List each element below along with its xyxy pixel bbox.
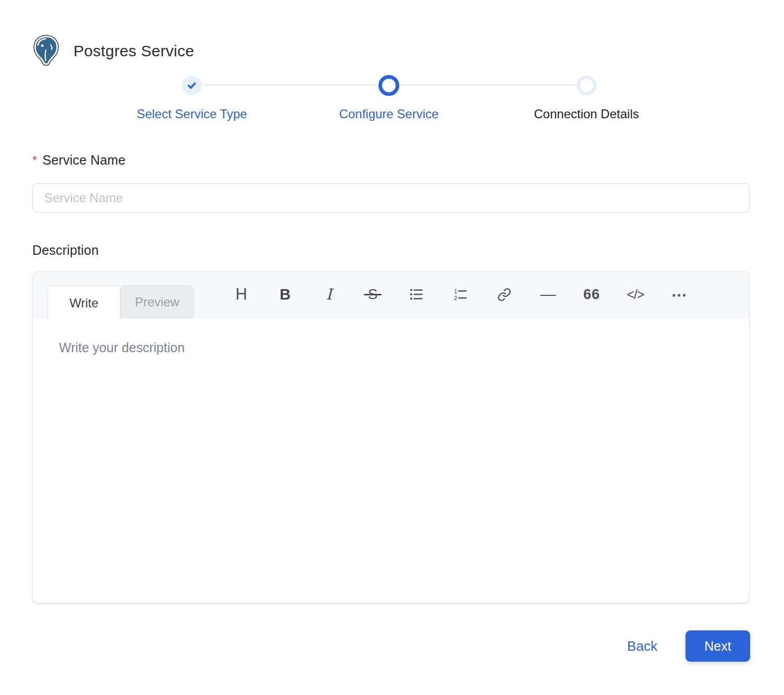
step-connection-details: Connection Details	[498, 75, 675, 122]
svg-text:1: 1	[454, 288, 457, 294]
service-name-label-text: Service Name	[43, 153, 126, 167]
toolbar-bullet-list-button[interactable]	[395, 272, 438, 317]
horizontal-rule-icon: —	[541, 286, 556, 303]
link-icon	[497, 288, 511, 302]
toolbar-quote-button[interactable]: 66	[570, 272, 614, 317]
step-completed-circle	[182, 76, 202, 95]
svg-text:2: 2	[454, 294, 457, 301]
back-button[interactable]: Back	[616, 634, 668, 659]
step-upcoming-circle	[577, 76, 596, 95]
bold-icon: B	[280, 286, 291, 303]
toolbar-horizontal-rule-button[interactable]: —	[526, 272, 570, 317]
more-icon: ⋯	[671, 286, 687, 304]
service-name-label: *Service Name	[32, 153, 126, 168]
description-markdown-editor: Write Preview H B I S	[32, 271, 750, 603]
step-select-service-type: Select Service Type	[103, 75, 280, 122]
italic-icon: I	[326, 286, 332, 303]
service-name-input[interactable]	[32, 183, 750, 213]
step-indicator	[498, 75, 675, 96]
postgresql-elephant-icon	[31, 34, 62, 66]
tab-preview[interactable]: Preview	[120, 286, 194, 318]
page-title: Postgres Service	[74, 40, 194, 63]
step-indicator	[103, 75, 280, 96]
step-label: Configure Service	[300, 106, 477, 122]
numbered-list-icon: 1 2	[453, 287, 468, 302]
toolbar-heading-button[interactable]: H	[219, 272, 263, 317]
code-icon: </>	[627, 287, 644, 302]
heading-icon: H	[236, 285, 247, 304]
bullet-list-icon	[409, 287, 424, 302]
toolbar-strikethrough-button[interactable]: S	[351, 272, 395, 317]
step-indicator	[300, 75, 477, 96]
step-label: Select Service Type	[103, 106, 280, 122]
toolbar-bold-button[interactable]: B	[263, 272, 307, 317]
strikethrough-icon: S	[368, 286, 378, 303]
required-asterisk: *	[32, 153, 38, 167]
toolbar-code-button[interactable]: </>	[614, 272, 657, 317]
next-button[interactable]: Next	[685, 630, 750, 662]
step-label: Connection Details	[498, 106, 675, 122]
step-configure-service: Configure Service	[300, 75, 477, 122]
quote-icon: 66	[583, 287, 600, 303]
tab-write[interactable]: Write	[47, 286, 120, 320]
toolbar-link-button[interactable]	[482, 272, 526, 317]
step-active-circle	[378, 75, 399, 96]
description-editor-input[interactable]	[33, 317, 749, 603]
description-label: Description	[32, 243, 99, 258]
check-icon	[187, 80, 197, 91]
configure-service-page: Postgres Service Select Service Type Con…	[0, 0, 784, 695]
toolbar-italic-button[interactable]: I	[307, 272, 351, 317]
editor-toolbar: H B I S	[219, 272, 701, 317]
toolbar-numbered-list-button[interactable]: 1 2	[438, 272, 482, 317]
toolbar-more-button[interactable]: ⋯	[657, 272, 701, 317]
